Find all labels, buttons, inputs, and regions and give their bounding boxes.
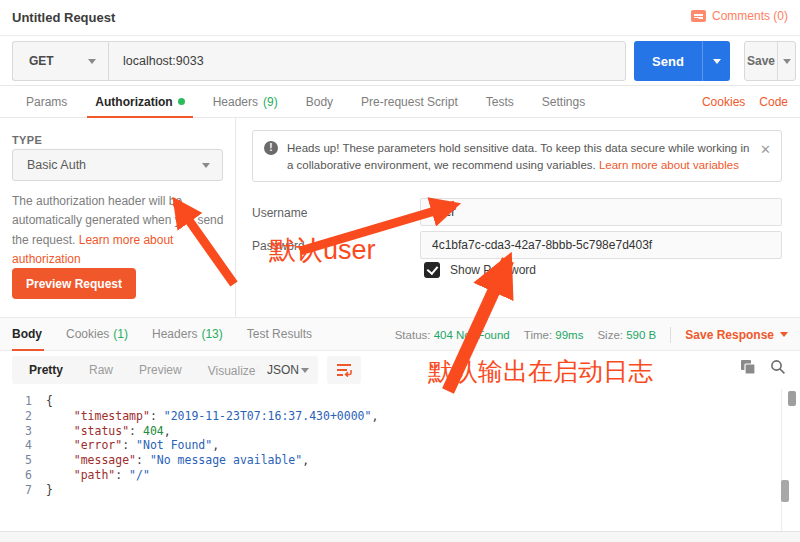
editor-border bbox=[781, 389, 782, 531]
sensitive-data-warning: ! Heads up! These parameters hold sensit… bbox=[252, 130, 782, 182]
preview-request-button[interactable]: Preview Request bbox=[12, 268, 136, 299]
request-title: Untitled Request bbox=[12, 10, 115, 25]
save-response-label: Save Response bbox=[685, 328, 774, 342]
response-tab-label: Headers bbox=[152, 327, 197, 341]
search-button[interactable] bbox=[770, 359, 786, 375]
password-input[interactable]: 4c1bfa7c-cda3-42a7-8bbb-5c798e7d403f bbox=[420, 231, 782, 259]
response-tab-label: Test Results bbox=[247, 327, 312, 341]
wrap-lines-icon bbox=[336, 363, 352, 377]
tab-params[interactable]: Params bbox=[12, 86, 81, 117]
response-tools bbox=[740, 359, 786, 375]
url-value: localhost:9033 bbox=[123, 54, 204, 68]
show-password-label: Show Password bbox=[450, 263, 536, 277]
chevron-down-icon bbox=[783, 59, 791, 64]
request-tabs-right: Cookies Code bbox=[702, 86, 788, 118]
show-password-checkbox[interactable]: Show Password bbox=[424, 262, 536, 278]
close-icon[interactable]: ✕ bbox=[760, 140, 771, 160]
auth-type-dropdown[interactable]: Basic Auth bbox=[12, 149, 223, 181]
view-mode-switcher: PrettyRawPreviewVisualizeBETA bbox=[12, 356, 296, 384]
response-tab-label: Body bbox=[12, 327, 42, 341]
tab-authorization[interactable]: Authorization bbox=[81, 86, 198, 117]
line-number: 2 bbox=[0, 409, 46, 424]
request-tab-list: ParamsAuthorizationHeaders(9)BodyPre-req… bbox=[12, 86, 599, 117]
chevron-down-icon bbox=[713, 59, 721, 64]
status-pair: Status: 404 Not Found bbox=[395, 329, 510, 341]
cookies-link[interactable]: Cookies bbox=[702, 95, 745, 109]
send-options-button[interactable] bbox=[703, 41, 730, 81]
view-raw[interactable]: Raw bbox=[76, 363, 126, 377]
tab-label: Pre-request Script bbox=[361, 95, 458, 109]
tab-tests[interactable]: Tests bbox=[472, 86, 528, 117]
response-header: BodyCookies(1)Headers(13)Test Results St… bbox=[0, 318, 800, 351]
request-tabs: ParamsAuthorizationHeaders(9)BodyPre-req… bbox=[0, 86, 800, 118]
line-content: "error": "Not Found", bbox=[46, 438, 219, 453]
view-preview[interactable]: Preview bbox=[126, 363, 195, 377]
method-dropdown[interactable]: GET bbox=[12, 41, 108, 81]
line-content: } bbox=[46, 483, 53, 498]
tab-label: Params bbox=[26, 95, 67, 109]
view-pretty[interactable]: Pretty bbox=[16, 363, 76, 377]
size-pair: Size: 590 B bbox=[597, 329, 656, 341]
code-line: 2 "timestamp": "2019-11-23T07:16:37.430+… bbox=[0, 409, 800, 424]
response-tab-headers[interactable]: Headers(13) bbox=[140, 318, 235, 350]
save-response-button[interactable]: Save Response bbox=[685, 328, 788, 342]
comments-button[interactable]: Comments (0) bbox=[691, 9, 788, 23]
tab-label: Headers bbox=[213, 95, 258, 109]
response-tab-test-results[interactable]: Test Results bbox=[235, 318, 324, 350]
auth-type-value: Basic Auth bbox=[27, 158, 86, 172]
response-body-editor[interactable]: 1{2 "timestamp": "2019-11-23T07:16:37.43… bbox=[0, 389, 800, 531]
line-number: 5 bbox=[0, 453, 46, 468]
response-tab-count: (13) bbox=[201, 327, 222, 341]
chevron-down-icon bbox=[202, 163, 210, 168]
divider bbox=[670, 327, 671, 343]
response-tab-count: (1) bbox=[113, 327, 128, 341]
format-value: JSON bbox=[267, 363, 299, 377]
save-options-button[interactable] bbox=[778, 42, 795, 80]
url-input[interactable]: localhost:9033 bbox=[108, 41, 626, 81]
response-tab-list: BodyCookies(1)Headers(13)Test Results bbox=[12, 318, 324, 350]
response-tab-cookies[interactable]: Cookies(1) bbox=[54, 318, 140, 350]
save-label[interactable]: Save bbox=[745, 42, 778, 80]
send-button[interactable]: Send bbox=[634, 41, 730, 81]
tab-headers[interactable]: Headers(9) bbox=[199, 86, 292, 117]
tab-pre-request-script[interactable]: Pre-request Script bbox=[347, 86, 472, 117]
response-tab-body[interactable]: Body bbox=[12, 318, 54, 350]
response-toolbar: PrettyRawPreviewVisualizeBETA JSON bbox=[0, 351, 800, 389]
line-content: "message": "No message available", bbox=[46, 453, 309, 468]
line-number: 3 bbox=[0, 424, 46, 439]
code-lines: 1{2 "timestamp": "2019-11-23T07:16:37.43… bbox=[0, 389, 800, 498]
wrap-lines-button[interactable] bbox=[327, 356, 361, 384]
code-link[interactable]: Code bbox=[759, 95, 788, 109]
auth-type-label: TYPE bbox=[12, 134, 42, 146]
comment-icon bbox=[691, 10, 706, 22]
code-line: 5 "message": "No message available", bbox=[0, 453, 800, 468]
tab-settings[interactable]: Settings bbox=[528, 86, 599, 117]
tab-body[interactable]: Body bbox=[292, 86, 347, 117]
method-value: GET bbox=[29, 54, 54, 68]
line-number: 6 bbox=[0, 468, 46, 483]
send-label[interactable]: Send bbox=[634, 41, 703, 81]
auth-description: The authorization header will be automat… bbox=[12, 192, 226, 270]
page-scrollbar-thumb[interactable] bbox=[788, 391, 796, 406]
learn-more-variables-link[interactable]: Learn more about variables bbox=[599, 159, 739, 171]
search-icon bbox=[770, 359, 786, 375]
format-dropdown[interactable]: JSON bbox=[258, 356, 318, 384]
username-input[interactable]: user bbox=[420, 198, 782, 226]
line-content: "status": 404, bbox=[46, 424, 171, 439]
time-pair: Time: 99ms bbox=[524, 329, 584, 341]
password-value: 4c1bfa7c-cda3-42a7-8bbb-5c798e7d403f bbox=[432, 238, 652, 252]
line-content: "timestamp": "2019-11-23T07:16:37.430+00… bbox=[46, 409, 378, 424]
request-url-row: GET localhost:9033 Send Save bbox=[0, 36, 800, 86]
code-line: 4 "error": "Not Found", bbox=[0, 438, 800, 453]
code-line: 3 "status": 404, bbox=[0, 424, 800, 439]
copy-icon bbox=[740, 359, 756, 375]
checkbox-checked-icon[interactable] bbox=[424, 262, 440, 278]
editor-scrollbar-thumb[interactable] bbox=[781, 480, 789, 502]
size-label: Size: bbox=[597, 329, 623, 341]
warning-icon: ! bbox=[264, 141, 278, 155]
time-value: 99ms bbox=[555, 329, 583, 341]
copy-button[interactable] bbox=[740, 359, 756, 375]
line-content: "path": "/" bbox=[46, 468, 150, 483]
save-button[interactable]: Save bbox=[744, 41, 796, 81]
chevron-down-icon bbox=[301, 368, 309, 373]
